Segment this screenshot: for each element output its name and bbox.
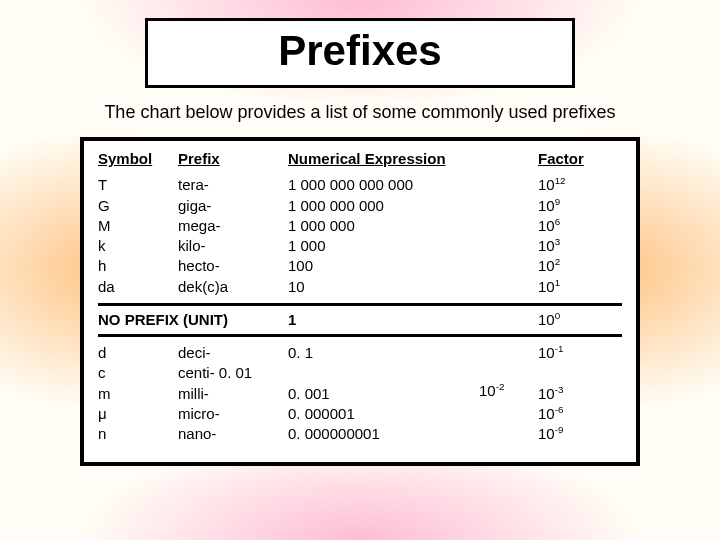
cell-prefix: kilo- bbox=[178, 236, 288, 256]
header-numerical: Numerical Expression bbox=[288, 149, 538, 169]
cell-prefix: milli- bbox=[178, 384, 288, 404]
table-row: Ggiga-1 000 000 000109 bbox=[98, 196, 622, 216]
cell-prefix: centi- 0. 01 bbox=[178, 363, 288, 383]
cell-symbol: n bbox=[98, 424, 178, 444]
subtitle: The chart below provides a list of some … bbox=[0, 102, 720, 123]
header-factor: Factor bbox=[538, 149, 618, 169]
unit-numerical: 1 bbox=[288, 310, 538, 330]
cell-factor: 10-3 bbox=[538, 384, 618, 404]
cell-prefix: tera- bbox=[178, 175, 288, 195]
cell-symbol: c bbox=[98, 363, 178, 383]
table-row: kkilo-1 000103 bbox=[98, 236, 622, 256]
cell-numerical: 1 000 000 bbox=[288, 216, 538, 236]
cell-factor: 1012 bbox=[538, 175, 618, 195]
cell-factor: 10-6 bbox=[538, 404, 618, 424]
cell-factor: 109 bbox=[538, 196, 618, 216]
cell-symbol: d bbox=[98, 343, 178, 363]
table-row: μmicro-0. 00000110-6 bbox=[98, 404, 622, 424]
cell-symbol: da bbox=[98, 277, 178, 297]
cell-symbol: M bbox=[98, 216, 178, 236]
cell-numerical: 0. 1 bbox=[288, 343, 538, 363]
cell-prefix: nano- bbox=[178, 424, 288, 444]
cell-prefix: hecto- bbox=[178, 256, 288, 276]
cell-symbol: k bbox=[98, 236, 178, 256]
table-header-row: Symbol Prefix Numerical Expression Facto… bbox=[98, 149, 622, 169]
cell-factor: 102 bbox=[538, 256, 618, 276]
cell-numerical: 0. 000000001 bbox=[288, 424, 538, 444]
cell-prefix: giga- bbox=[178, 196, 288, 216]
table-row: Mmega-1 000 000106 bbox=[98, 216, 622, 236]
page-title: Prefixes bbox=[145, 18, 575, 88]
table-row: hhecto-100102 bbox=[98, 256, 622, 276]
unit-row: NO PREFIX (UNIT) 1 100 bbox=[98, 303, 622, 337]
cell-symbol: h bbox=[98, 256, 178, 276]
cell-numerical: 10 bbox=[288, 277, 538, 297]
cell-numerical: 0. 000001 bbox=[288, 404, 538, 424]
table-row: ccenti- 0. 01 bbox=[98, 363, 622, 383]
cell-numerical: 100 bbox=[288, 256, 538, 276]
table-row: nnano-0. 00000000110-9 bbox=[98, 424, 622, 444]
table-row: ddeci-0. 110-1 bbox=[98, 343, 622, 363]
unit-factor: 100 bbox=[538, 310, 618, 330]
table-row: dadek(c)a10101 bbox=[98, 277, 622, 297]
cell-numerical: 1 000 bbox=[288, 236, 538, 256]
table-row: Ttera-1 000 000 000 0001012 bbox=[98, 175, 622, 195]
table-row: mmilli-0. 00110-3 bbox=[98, 384, 622, 404]
cell-prefix: dek(c)a bbox=[178, 277, 288, 297]
cell-factor: 103 bbox=[538, 236, 618, 256]
cell-symbol: m bbox=[98, 384, 178, 404]
header-prefix: Prefix bbox=[178, 149, 288, 169]
stray-factor-centi: 10-2 bbox=[479, 381, 504, 401]
prefix-table: Symbol Prefix Numerical Expression Facto… bbox=[80, 137, 640, 466]
cell-prefix: mega- bbox=[178, 216, 288, 236]
unit-label: NO PREFIX (UNIT) bbox=[98, 310, 288, 330]
cell-factor bbox=[538, 363, 618, 383]
cell-numerical: 1 000 000 000 000 bbox=[288, 175, 538, 195]
cell-factor: 10-1 bbox=[538, 343, 618, 363]
cell-numerical: 1 000 000 000 bbox=[288, 196, 538, 216]
cell-symbol: T bbox=[98, 175, 178, 195]
cell-factor: 101 bbox=[538, 277, 618, 297]
cell-factor: 106 bbox=[538, 216, 618, 236]
header-symbol: Symbol bbox=[98, 149, 178, 169]
cell-prefix: deci- bbox=[178, 343, 288, 363]
cell-factor: 10-9 bbox=[538, 424, 618, 444]
cell-symbol: G bbox=[98, 196, 178, 216]
cell-symbol: μ bbox=[98, 404, 178, 424]
cell-prefix: micro- bbox=[178, 404, 288, 424]
